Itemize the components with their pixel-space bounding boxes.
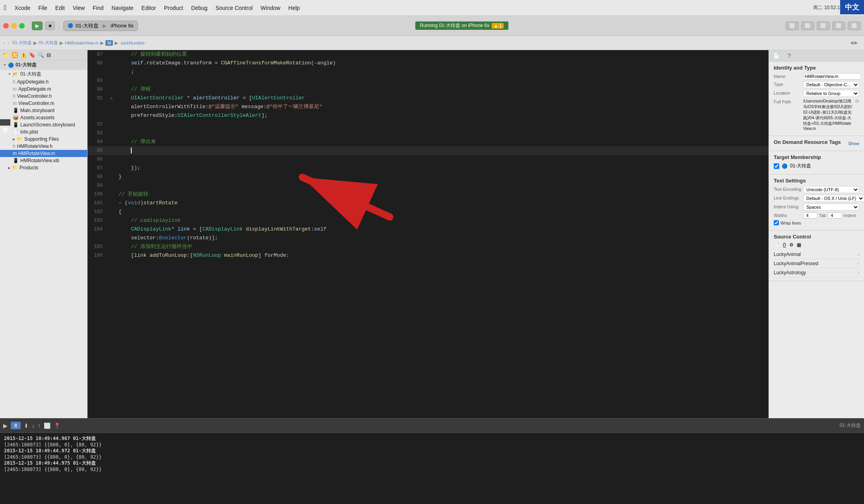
- location-select[interactable]: Relative to Group: [803, 90, 859, 97]
- show-link[interactable]: Show: [848, 141, 859, 146]
- sidebar-item-launchscreen[interactable]: 📱 LaunchScreen.storyboard: [0, 121, 87, 128]
- widths-label: Widths: [774, 212, 802, 218]
- zoom-button[interactable]: [19, 23, 25, 29]
- menu-edit[interactable]: Edit: [51, 3, 69, 13]
- utilities-toggle[interactable]: ⬜: [817, 21, 830, 30]
- sc-doc-icon[interactable]: 📄: [774, 242, 780, 248]
- file-icon: h: [13, 93, 16, 99]
- code-line-88b: ;: [88, 68, 769, 76]
- code-line-100: 100 // 开始旋转: [88, 190, 769, 199]
- item-label: Info.plist: [20, 129, 38, 135]
- identity-type-section: Identity and Type Name Type Default - Ob…: [769, 62, 864, 136]
- sidebar-item-supporting[interactable]: ▶ 📁 Supporting Files: [0, 136, 87, 143]
- sidebar-item-products[interactable]: ▶ 📁 Products: [0, 164, 87, 171]
- debug-output[interactable]: 2015-12-15 10:49:44.967 01-大转盘 [2465:108…: [0, 433, 864, 504]
- sidebar-item-infoplist[interactable]: 📄 Info.plist: [0, 128, 87, 136]
- menu-help[interactable]: Help: [284, 3, 304, 13]
- sidebar-filter-icon[interactable]: ⊟: [47, 52, 51, 58]
- wrap-lines-checkbox[interactable]: [774, 220, 779, 225]
- bc-item-4[interactable]: -pickNumber:: [120, 41, 146, 45]
- code-line-87: 87 // 旋转到最初始的位置: [88, 50, 769, 59]
- name-input[interactable]: [803, 73, 861, 79]
- sc-grid-icon[interactable]: ▦: [797, 242, 801, 248]
- menu-navigate[interactable]: Navigate: [107, 3, 137, 13]
- file-icon: h: [13, 143, 16, 149]
- expand-icon: ▼: [8, 72, 11, 76]
- stop-button[interactable]: ■: [45, 21, 55, 30]
- debug-simulate-btn[interactable]: 📍: [54, 423, 60, 429]
- sidebar-item-hmrotateview-h[interactable]: h HMRotateView.h: [0, 143, 87, 150]
- sc-item-luckyanimalPressed[interactable]: LuckyAnimalPressed ›: [774, 259, 859, 268]
- file-inspector-tab[interactable]: 📄: [769, 50, 784, 61]
- bc-item-1[interactable]: 01-大转盘: [39, 40, 58, 46]
- tab-width-input[interactable]: [803, 212, 817, 219]
- debug-step-over-btn[interactable]: ⬇: [24, 423, 29, 429]
- sidebar-item-appdelegate-h[interactable]: h AppDelegate.h: [0, 78, 87, 85]
- debug-step-into-btn[interactable]: ↓: [32, 423, 35, 429]
- sidebar-items: ▼ 📂 01-大转盘 h AppDelegate.h m AppDelegate…: [0, 70, 87, 171]
- nav-back[interactable]: ‹: [3, 41, 5, 45]
- version-editor-toggle[interactable]: ⬜: [848, 21, 861, 30]
- menu-window[interactable]: Window: [257, 3, 284, 13]
- close-button[interactable]: [3, 23, 9, 29]
- sidebar-item-appdelegate-m[interactable]: m AppDelegate.m: [0, 85, 87, 93]
- sc-braces-icon[interactable]: {}: [783, 242, 786, 248]
- nav-forward[interactable]: ›: [8, 41, 10, 45]
- debug-pause-btn[interactable]: ⏸: [11, 422, 21, 429]
- minimize-button[interactable]: [11, 23, 17, 29]
- code-content[interactable]: 87 // 旋转到最初始的位置 88 self.rotateImage.tran…: [88, 50, 769, 418]
- sidebar-item-main-storyboard[interactable]: 📱 Main.storyboard: [0, 107, 87, 114]
- sidebar-bookmark-icon[interactable]: 🔖: [29, 52, 35, 58]
- locate-button[interactable]: ⟳: [855, 99, 859, 104]
- sidebar-item-viewcontroller-m[interactable]: m ViewController.m: [0, 100, 87, 107]
- sidebar-item-assets[interactable]: 📦 Assets.xcassets: [0, 114, 87, 121]
- target-checkbox[interactable]: [774, 163, 779, 169]
- debug-line: 2015-12-15 10:49:44.975 01-大转盘: [4, 460, 860, 467]
- assistant-toggle[interactable]: ⬜: [832, 21, 845, 30]
- sidebar-item-hmrotateview-m[interactable]: m HMRotateView.m: [0, 150, 87, 157]
- sidebar-root-group[interactable]: ▼ 🔵 01-大转盘: [0, 60, 87, 70]
- menu-view[interactable]: View: [69, 3, 89, 13]
- sidebar-item-01-group[interactable]: ▼ 📂 01-大转盘: [0, 70, 87, 78]
- navigator-toggle[interactable]: ⬜: [786, 21, 799, 30]
- menu-find[interactable]: Find: [89, 3, 107, 13]
- debug-view-hierarchy-btn[interactable]: ⬜: [44, 423, 51, 429]
- sidebar-search-icon[interactable]: 🔍: [38, 52, 44, 58]
- cn-badge[interactable]: 中文: [840, 0, 864, 14]
- indent-using-select[interactable]: Spaces: [803, 204, 859, 211]
- sidebar-folder-icon[interactable]: 📁: [2, 52, 9, 58]
- menu-editor[interactable]: Editor: [138, 3, 160, 13]
- sc-gear-icon[interactable]: ⚙: [789, 242, 794, 248]
- menu-file[interactable]: File: [34, 3, 51, 13]
- menu-product[interactable]: Product: [160, 3, 187, 13]
- item-label: Products: [19, 165, 38, 171]
- sidebar-item-viewcontroller-h[interactable]: h ViewController.h: [0, 93, 87, 100]
- type-select[interactable]: Default - Objective-C...: [803, 81, 859, 88]
- fullpath-value: /Users/sen/Desktop/第13周马iOS学科教业册/02UI进阶/…: [803, 99, 854, 131]
- debug-toggle[interactable]: ⬜: [801, 21, 814, 30]
- breadcrumb: ‹ › 01-大转盘 ▶ 01-大转盘 ▶ HMRotateView.m ▶ M…: [0, 36, 864, 50]
- sidebar-git-icon[interactable]: 🔀: [12, 52, 18, 58]
- bc-item-3[interactable]: M: [105, 40, 113, 46]
- line-endings-select[interactable]: Default - OS X / Unix (LF): [803, 195, 864, 202]
- indent-width-input[interactable]: [828, 212, 842, 219]
- menu-xcode[interactable]: Xcode: [11, 3, 35, 13]
- menu-debug[interactable]: Debug: [187, 3, 211, 13]
- menu-source-control[interactable]: Source Control: [212, 3, 257, 13]
- sc-item-luckyastrology[interactable]: LuckyAstrology ›: [774, 268, 859, 277]
- code-line-102: 102 {: [88, 207, 769, 216]
- sidebar-item-hmrotateview-xib[interactable]: 📱 HMRotateView.xib: [0, 157, 87, 164]
- debug-play-btn[interactable]: ▶: [3, 423, 8, 429]
- run-button[interactable]: ▶: [32, 21, 43, 30]
- encoding-select[interactable]: Unicode (UTF-8): [803, 186, 859, 193]
- bc-item-0[interactable]: 01-大转盘: [12, 40, 32, 46]
- utilities-panel: 📄 ? Identity and Type Name Type Default …: [769, 50, 864, 418]
- sidebar-warning-icon[interactable]: ⚠️: [20, 52, 27, 58]
- bc-item-2[interactable]: HMRotateView.m: [65, 41, 99, 45]
- debug-step-out-btn[interactable]: ↑: [38, 423, 41, 429]
- quick-help-tab[interactable]: ?: [784, 50, 795, 61]
- related-files[interactable]: ◀ ▶: [850, 40, 858, 45]
- scheme-selector[interactable]: 🔵 01-大转盘 ▶ iPhone 6s: [63, 21, 138, 31]
- sc-item-luckyanimal[interactable]: LuckyAnimal ›: [774, 250, 859, 259]
- file-icon: 📱: [13, 158, 19, 163]
